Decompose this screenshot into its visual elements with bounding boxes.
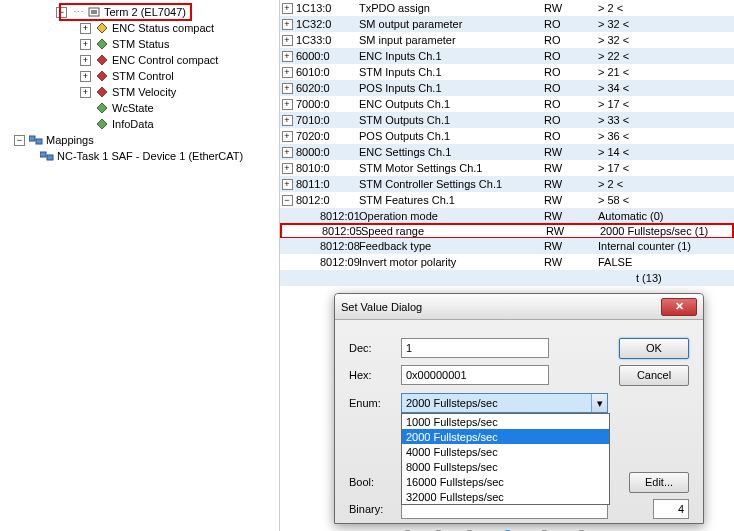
- edit-button[interactable]: Edit...: [629, 472, 689, 493]
- tree-item-term2[interactable]: − ⋯ Term 2 (EL7047): [50, 4, 279, 20]
- diamond-icon: [95, 53, 109, 67]
- tree-item[interactable]: InfoData: [74, 116, 279, 132]
- expand-icon[interactable]: +: [80, 55, 91, 66]
- expand-icon[interactable]: +: [282, 147, 293, 158]
- tree-item-nctask[interactable]: NC-Task 1 SAF - Device 1 (EtherCAT): [34, 148, 279, 164]
- table-row[interactable]: +6000:0ENC Inputs Ch.1RO> 22 <: [280, 48, 734, 64]
- svg-rect-12: [47, 155, 53, 160]
- expand-icon[interactable]: +: [282, 3, 293, 14]
- svg-marker-7: [97, 103, 107, 113]
- tree-item[interactable]: +ENC Status compact: [74, 20, 279, 36]
- diamond-icon: [95, 37, 109, 51]
- expand-icon[interactable]: +: [80, 23, 91, 34]
- dialog-title: Set Value Dialog: [341, 301, 661, 313]
- expand-icon[interactable]: −: [56, 7, 67, 18]
- cancel-button[interactable]: Cancel: [619, 365, 689, 386]
- svg-rect-11: [40, 152, 46, 157]
- svg-rect-10: [36, 139, 42, 144]
- table-row[interactable]: +1C33:0SM input parameterRO> 32 <: [280, 32, 734, 48]
- table-row[interactable]: +6010:0STM Inputs Ch.1RO> 21 <: [280, 64, 734, 80]
- tree-item-mappings[interactable]: − Mappings: [8, 132, 279, 148]
- tree-item[interactable]: +STM Control: [74, 68, 279, 84]
- hex-input[interactable]: 0x00000001: [401, 365, 549, 385]
- expand-icon[interactable]: +: [282, 131, 293, 142]
- dialog-titlebar[interactable]: Set Value Dialog ✕: [335, 294, 703, 320]
- dec-input[interactable]: 1: [401, 338, 549, 358]
- expand-icon[interactable]: +: [80, 71, 91, 82]
- table-row[interactable]: +7000:0ENC Outputs Ch.1RO> 17 <: [280, 96, 734, 112]
- table-row[interactable]: +1C13:0TxPDO assignRW> 2 <: [280, 0, 734, 16]
- svg-rect-9: [29, 136, 35, 141]
- mapping-icon: [29, 133, 43, 147]
- diamond-icon: [95, 117, 109, 131]
- enum-option[interactable]: 32000 Fullsteps/sec: [402, 489, 609, 504]
- tree-item[interactable]: +STM Velocity: [74, 84, 279, 100]
- table-row[interactable]: +7010:0STM Outputs Ch.1RO> 33 <: [280, 112, 734, 128]
- expand-icon[interactable]: +: [282, 19, 293, 30]
- diamond-icon: [95, 21, 109, 35]
- expand-icon[interactable]: +: [282, 179, 293, 190]
- mapping-icon: [40, 149, 54, 163]
- enum-option[interactable]: 1000 Fullsteps/sec: [402, 414, 609, 429]
- table-row[interactable]: t (13): [280, 270, 734, 286]
- enum-option[interactable]: 2000 Fullsteps/sec: [402, 429, 609, 444]
- expand-icon[interactable]: −: [282, 195, 293, 206]
- svg-marker-3: [97, 39, 107, 49]
- expand-icon[interactable]: +: [282, 83, 293, 94]
- device-icon: [87, 5, 101, 19]
- enum-option[interactable]: 4000 Fullsteps/sec: [402, 444, 609, 459]
- enum-dropdown: 1000 Fullsteps/sec2000 Fullsteps/sec4000…: [401, 413, 610, 505]
- diamond-icon: [95, 85, 109, 99]
- expand-icon[interactable]: +: [282, 163, 293, 174]
- expand-icon[interactable]: +: [80, 39, 91, 50]
- chevron-down-icon[interactable]: ▾: [591, 394, 607, 412]
- tree-item[interactable]: +ENC Control compact: [74, 52, 279, 68]
- close-icon[interactable]: ✕: [661, 298, 697, 316]
- tree-item[interactable]: WcState: [74, 100, 279, 116]
- table-row[interactable]: +8011:0STM Controller Settings Ch.1RW> 2…: [280, 176, 734, 192]
- tree-item[interactable]: +STM Status: [74, 36, 279, 52]
- expand-icon[interactable]: +: [282, 67, 293, 78]
- enum-combo[interactable]: 2000 Fullsteps/sec ▾ 1000 Fullsteps/sec2…: [401, 393, 608, 413]
- svg-marker-8: [97, 119, 107, 129]
- table-row[interactable]: 8012:01Operation modeRWAutomatic (0): [280, 208, 734, 224]
- table-row[interactable]: 8012:09Invert motor polarityRWFALSE: [280, 254, 734, 270]
- binary-label: Binary:: [349, 503, 401, 515]
- enum-label: Enum:: [349, 397, 401, 409]
- svg-marker-4: [97, 55, 107, 65]
- diamond-icon: [95, 69, 109, 83]
- table-row[interactable]: +7020:0POS Outputs Ch.1RO> 36 <: [280, 128, 734, 144]
- table-row[interactable]: +1C32:0SM output parameterRO> 32 <: [280, 16, 734, 32]
- table-row[interactable]: +8000:0ENC Settings Ch.1RW> 14 <: [280, 144, 734, 160]
- table-row[interactable]: 8012:05Speed rangeRW2000 Fullsteps/sec (…: [280, 223, 734, 239]
- enum-option[interactable]: 16000 Fullsteps/sec: [402, 474, 609, 489]
- expand-icon[interactable]: +: [282, 99, 293, 110]
- svg-marker-2: [97, 23, 107, 33]
- hex-label: Hex:: [349, 369, 401, 381]
- table-row[interactable]: +8010:0STM Motor Settings Ch.1RW> 17 <: [280, 160, 734, 176]
- svg-rect-1: [91, 10, 97, 14]
- expand-icon[interactable]: +: [282, 51, 293, 62]
- binary-count: 4: [653, 499, 689, 519]
- dec-label: Dec:: [349, 342, 401, 354]
- ok-button[interactable]: OK: [619, 338, 689, 359]
- expand-icon[interactable]: +: [80, 87, 91, 98]
- enum-option[interactable]: 8000 Fullsteps/sec: [402, 459, 609, 474]
- tree-panel: − ⋯ Term 2 (EL7047) +ENC Status compact+…: [0, 0, 280, 531]
- svg-marker-6: [97, 87, 107, 97]
- table-row[interactable]: −8012:0STM Features Ch.1RW> 58 <: [280, 192, 734, 208]
- table-row[interactable]: 8012:08Feedback typeRWInternal counter (…: [280, 238, 734, 254]
- bool-label: Bool:: [349, 476, 401, 488]
- expand-icon[interactable]: −: [14, 135, 25, 146]
- set-value-dialog: Set Value Dialog ✕ Dec: 1 OK Hex: 0x0000…: [334, 293, 704, 524]
- expand-icon[interactable]: +: [282, 35, 293, 46]
- expand-icon[interactable]: +: [282, 115, 293, 126]
- table-row[interactable]: +6020:0POS Inputs Ch.1RO> 34 <: [280, 80, 734, 96]
- svg-marker-5: [97, 71, 107, 81]
- diamond-icon: [95, 101, 109, 115]
